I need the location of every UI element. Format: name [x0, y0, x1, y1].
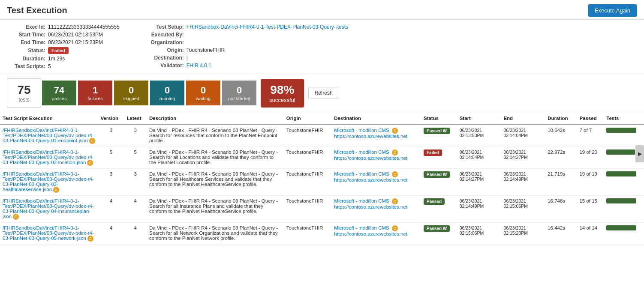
- cell-dest: Microsoft - modillon CMS C https://conto…: [331, 125, 421, 147]
- summary-tile-skipped: 0skipped: [114, 81, 148, 105]
- summary-tile-failures: 1failures: [78, 81, 112, 105]
- cell-origin: TouchstoneFHIR: [284, 223, 332, 245]
- cell-passed: 7 of 7: [577, 125, 604, 147]
- duration-label: Duration:: [7, 56, 45, 62]
- exec-id-value: 1111222233333334444555555: [48, 24, 120, 30]
- progress-bar: [606, 171, 636, 176]
- cell-origin: TouchstoneFHIR: [284, 147, 332, 169]
- page-title: Test Execution: [7, 6, 67, 15]
- dest-link[interactable]: Microsoft - modillon CMS: [334, 171, 389, 176]
- dest-link[interactable]: Microsoft - modillon CMS: [334, 149, 389, 155]
- status-badge: Passed: [424, 198, 445, 205]
- cell-origin: TouchstoneFHIR: [284, 169, 332, 196]
- table-row: /FHIRSandbox/DaVinci/FHIR4-0-1-Test/PDEX…: [0, 147, 644, 169]
- table-body: /FHIRSandbox/DaVinci/FHIR4-0-1-Test/PDEX…: [0, 125, 644, 245]
- col-header-tests: Tests: [604, 112, 644, 125]
- cell-duration: 16.748s: [545, 196, 577, 223]
- cell-end: 06/23/2021 02:15:23PM: [501, 223, 545, 245]
- test-setup-row: Test Setup: FHIRSandbox-DaVinci-FHIR4-0-…: [145, 24, 348, 30]
- cell-start: 06/23/2021 02:15:06PM: [457, 223, 501, 245]
- summary-tiles: 74passes1failures0skipped0running0waitin…: [42, 81, 257, 105]
- cell-end: 06/23/2021 02:14:49PM: [501, 169, 545, 196]
- table-row: /FHIRSandbox/DaVinci/FHIR4-0-1-Test/PDEX…: [0, 223, 644, 245]
- status-badge: Passed W: [424, 225, 450, 232]
- cell-latest: 5: [124, 147, 147, 169]
- copy-icon[interactable]: C: [89, 138, 95, 144]
- dest-icon[interactable]: C: [392, 198, 398, 204]
- col-header-version: Version: [98, 112, 124, 125]
- dest-url-link[interactable]: https://contoso.azurewebsites.net: [334, 155, 407, 161]
- copy-icon[interactable]: C: [53, 187, 59, 193]
- cell-script: /FHIRSandbox/DaVinci/FHIR4-0-1-Test/PDEX…: [0, 223, 98, 245]
- col-header-origin: Origin: [284, 112, 332, 125]
- script-link[interactable]: /FHIRSandbox/DaVinci/FHIR4-0-1-Test/PDEX…: [3, 128, 95, 143]
- col-header-start: Start: [457, 112, 501, 125]
- cell-dest: Microsoft - modillon CMS C https://conto…: [331, 223, 421, 245]
- cell-desc: Da Vinci - PDex - FHIR R4 - Scenario 03 …: [147, 125, 284, 147]
- summary-tile-running: 0running: [150, 81, 184, 105]
- origin-label: Origin:: [145, 47, 184, 53]
- cell-script: /FHIRSandbox/DaVinci/FHIR4-0-1-Test/PDEX…: [0, 169, 98, 196]
- refresh-button[interactable]: Refresh: [308, 87, 339, 99]
- col-header-duration: Duration: [545, 112, 577, 125]
- cell-latest: 4: [124, 196, 147, 223]
- cell-passed: 19 of 19: [577, 169, 604, 196]
- cell-version: 4: [98, 223, 124, 245]
- dest-link[interactable]: Microsoft - modillon CMS: [334, 128, 389, 133]
- cell-tests: [604, 125, 644, 147]
- cell-origin: TouchstoneFHIR: [284, 196, 332, 223]
- dest-link[interactable]: Microsoft - modillon CMS: [334, 225, 389, 230]
- dest-url-link[interactable]: https://contoso.azurewebsites.net: [334, 231, 407, 236]
- cell-script: /FHIRSandbox/DaVinci/FHIR4-0-1-Test/PDEX…: [0, 196, 98, 223]
- cell-version: 5: [98, 147, 124, 169]
- col-header-latest: Latest: [124, 112, 147, 125]
- col-header-script: Test Script Execution: [0, 112, 98, 125]
- copy-icon[interactable]: C: [87, 236, 93, 242]
- cell-end: 06/23/2021 02:14:27PM: [501, 147, 545, 169]
- script-link[interactable]: /FHIRSandbox/DaVinci/FHIR4-0-1-Test/PDEX…: [3, 149, 94, 165]
- summary-tile-waiting: 0waiting: [186, 81, 220, 105]
- executed-by-row: Executed By:: [145, 32, 348, 38]
- cell-version: 4: [98, 196, 124, 223]
- end-time-label: End Time:: [7, 39, 45, 45]
- script-link[interactable]: /FHIRSandbox/DaVinci/FHIR4-0-1-Test/PDEX…: [3, 225, 94, 241]
- start-time-value: 06/23/2021 02:13:53PM: [48, 32, 103, 38]
- table-row: /FHIRSandbox/DaVinci/FHIR4-0-1-Test/PDEX…: [0, 169, 644, 196]
- execute-again-button[interactable]: Execute Again: [588, 4, 637, 17]
- cell-status: Failed: [421, 147, 457, 169]
- dest-icon[interactable]: C: [392, 149, 398, 155]
- end-time-value: 06/23/2021 02:15:23PM: [48, 39, 103, 45]
- summary-tile-not-started: 0not started: [222, 81, 256, 105]
- cell-dest: Microsoft - modillon CMS C https://conto…: [331, 169, 421, 196]
- status-row: Status: Failed: [7, 47, 120, 54]
- cell-origin: TouchstoneFHIR: [284, 125, 332, 147]
- success-tile: 98% successful: [261, 79, 304, 108]
- dest-icon[interactable]: C: [392, 225, 398, 231]
- script-link[interactable]: /FHIRSandbox/DaVinci/FHIR4-0-1-Test/PDEX…: [3, 198, 94, 219]
- dest-link[interactable]: Microsoft - modillon CMS: [334, 198, 389, 203]
- validator-link[interactable]: FHIR 4.0.1: [187, 63, 211, 69]
- cell-duration: 10.642s: [545, 125, 577, 147]
- dest-url-link[interactable]: https://contoso.azurewebsites.net: [334, 134, 407, 139]
- progress-bar-fill: [606, 128, 636, 133]
- cell-passed: 14 of 14: [577, 223, 604, 245]
- dest-icon[interactable]: C: [392, 128, 398, 134]
- progress-bar: [606, 198, 636, 203]
- test-setup-link[interactable]: FHIRSandbox-DaVinci-FHIR4-0-1-Test-PDEX-…: [187, 24, 348, 30]
- script-link[interactable]: /FHIRSandbox/DaVinci/FHIR4-0-1-Test/PDEX…: [3, 171, 94, 192]
- executed-by-label: Executed By:: [145, 32, 184, 38]
- validator-row: Validator: FHIR 4.0.1: [145, 63, 348, 69]
- copy-icon[interactable]: C: [13, 214, 19, 220]
- cell-start: 06/23/2021 02:13:53PM: [457, 125, 501, 147]
- cell-tests: [604, 196, 644, 223]
- dest-url-link[interactable]: https://contoso.azurewebsites.net: [334, 204, 407, 209]
- dest-icon[interactable]: C: [392, 171, 398, 177]
- organization-label: Organization:: [145, 39, 184, 45]
- copy-icon[interactable]: C: [87, 160, 93, 166]
- col-header-desc: Description: [147, 112, 284, 125]
- dest-url-link[interactable]: https://contoso.azurewebsites.net: [334, 177, 407, 182]
- cell-duration: 16.442s: [545, 223, 577, 245]
- start-time-label: Start Time:: [7, 32, 45, 38]
- duration-value: 1m 29s: [48, 56, 65, 62]
- nav-arrow-right[interactable]: ▶: [635, 145, 644, 162]
